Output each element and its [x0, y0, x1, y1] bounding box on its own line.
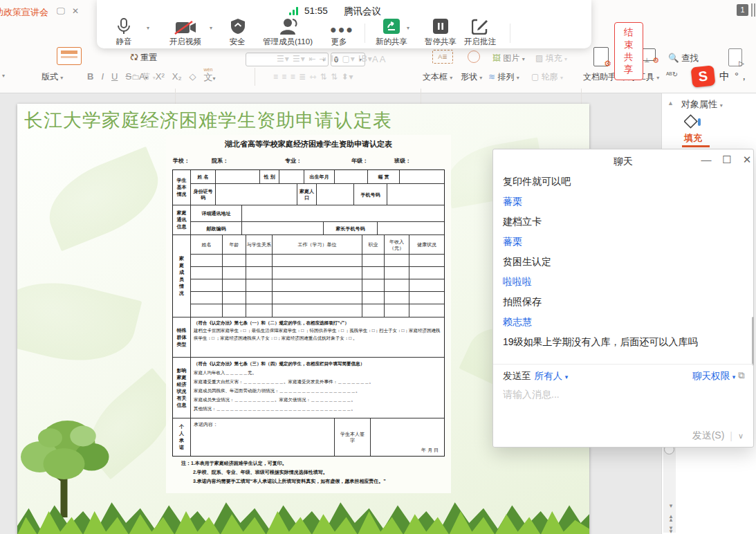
doc-assistant-icon[interactable]: ⚙: [593, 47, 609, 66]
popout-icon[interactable]: ⧉: [738, 370, 745, 383]
form-section-label: 家庭成员情况: [173, 235, 191, 317]
more-icon[interactable]: ●●●: [330, 24, 354, 36]
form-section-label: 特殊群体类型: [173, 317, 191, 357]
textbox-icon[interactable]: A≣: [432, 50, 453, 64]
send-to-label: 发送至: [503, 370, 531, 383]
shapes-button[interactable]: 形状 ▾: [461, 71, 482, 83]
italic-button[interactable]: I: [101, 71, 104, 82]
scroll-down-icon[interactable]: ▾: [666, 504, 676, 508]
security-button[interactable]: 安全: [230, 37, 246, 47]
meeting-app-name: 腾讯会议: [344, 6, 381, 18]
fill-button[interactable]: ▨ 填充 ▾: [535, 53, 567, 64]
document-tab[interactable]: 助政策宣讲会: [0, 6, 48, 19]
mute-dropdown-icon[interactable]: ▾: [147, 25, 149, 31]
new-share-icon[interactable]: [382, 18, 400, 35]
previous-slide-icon[interactable]: ▴▴: [666, 515, 676, 522]
pause-share-icon[interactable]: [432, 18, 449, 35]
form-section-label: 影响家庭经济状况有关信息: [173, 358, 191, 418]
clear-format-icon[interactable]: ◇: [189, 71, 196, 82]
chat-sender[interactable]: 啦啦啦: [503, 276, 738, 288]
camera-icon[interactable]: [174, 21, 198, 35]
divider: [493, 364, 753, 365]
subscript-button[interactable]: X₂: [172, 71, 182, 82]
pause-share-button[interactable]: 暂停共享: [425, 37, 457, 47]
layout-button[interactable]: 版式 ▾: [42, 71, 63, 83]
pinyin-guide-button[interactable]: wén文▾: [203, 68, 215, 84]
end-share-button[interactable]: 结束共享: [614, 22, 643, 80]
chat-sender[interactable]: 蕃栗: [503, 236, 738, 248]
shield-icon[interactable]: [230, 18, 246, 35]
camera-dropdown-icon[interactable]: ▾: [210, 25, 212, 31]
screen: 助政策宣讲会 🖵 ✕ 1 插入 设计 ☁ 未同步 ▾ 版式 ▾ 🗘 重置 🗀 节…: [0, 0, 756, 534]
grow-shrink-font-icons[interactable]: A A: [372, 54, 386, 64]
next-slide-icon[interactable]: ▾▾: [666, 526, 676, 533]
layout-icon[interactable]: [57, 47, 82, 65]
chat-permission-selector[interactable]: 聊天权限 ▾: [692, 370, 735, 383]
application-form[interactable]: 湖北省高等学校家庭经济困难学生资助申请认定表 学校： 院系： 专业： 年级： 班…: [166, 135, 451, 493]
taskbar-badge[interactable]: 1: [737, 4, 748, 16]
replace-icon[interactable]: ᴬᴮ↻: [666, 71, 678, 78]
fill-bucket-icon[interactable]: [684, 113, 702, 129]
collapse-panel-icon[interactable]: ▲: [667, 100, 674, 107]
panel-title[interactable]: 对象属性 ▾: [681, 98, 723, 111]
presentation-mode-icon[interactable]: 🖵: [57, 6, 65, 16]
chat-scrollbar-thumb[interactable]: [752, 317, 754, 365]
divider: [365, 24, 365, 43]
chat-message-list[interactable]: 复印件就可以吧 蕃栗 建档立卡 蕃栗 贫困生认定 啦啦啦 拍照保存 赖志慧 19…: [503, 176, 738, 349]
slide-title[interactable]: 长江大学家庭经济困难学生资助申请认定表: [24, 108, 508, 133]
sogou-logo[interactable]: S: [691, 65, 716, 87]
chat-input[interactable]: [503, 389, 731, 400]
annotate-icon[interactable]: [472, 18, 488, 35]
send-button[interactable]: 发送(S) | ∨: [692, 430, 744, 442]
form-title: 湖北省高等学校家庭经济困难学生资助申请认定表: [166, 139, 451, 149]
chat-header[interactable]: 聊天 — ☐ ✕: [493, 149, 753, 173]
fill-tab-label[interactable]: 填充: [684, 132, 702, 145]
minimize-icon[interactable]: —: [699, 154, 714, 165]
chat-window: 聊天 — ☐ ✕ 复印件就可以吧 蕃栗 建档立卡 蕃栗 贫困生认定 啦啦啦 拍照…: [492, 149, 754, 448]
picture-icon: 🖽: [492, 53, 501, 63]
members-button[interactable]: 管理成员(110): [263, 37, 313, 47]
meeting-timer: 51:55: [304, 6, 328, 16]
ime-punct-toggle[interactable]: °，: [735, 70, 749, 83]
annotate-button[interactable]: 开启批注: [464, 37, 496, 47]
superscript-button[interactable]: X²: [156, 71, 165, 82]
left-clipped-dropdown-icon[interactable]: ▾: [2, 73, 5, 79]
textbox-button[interactable]: 文本框 ▾: [423, 71, 452, 83]
shape-icon[interactable]: [468, 50, 480, 63]
fill-icon: ▨: [535, 53, 543, 63]
chat-sender[interactable]: 赖志慧: [503, 316, 738, 329]
list-indent-icons[interactable]: ☰▾ ☰▾ ⇤ ⇥ ⫴▾ ▢▾ ⅠB▾: [277, 54, 373, 64]
bold-button[interactable]: B: [87, 71, 93, 82]
leaf-decoration: [17, 268, 142, 375]
chat-message: 19级如果上学期没有入库，后面还可以入库吗: [503, 336, 738, 349]
new-share-button[interactable]: 新的共享: [376, 37, 407, 47]
reset-icon: 🗘: [130, 53, 138, 62]
share-dropdown-icon[interactable]: ▾: [407, 25, 409, 31]
underline-button[interactable]: U: [111, 71, 118, 82]
maximize-icon[interactable]: ☐: [719, 154, 735, 166]
close-icon[interactable]: ✕: [739, 154, 755, 166]
camera-button[interactable]: 开启视频: [169, 37, 201, 47]
ime-lang-toggle[interactable]: 中: [719, 70, 730, 83]
doc-assistant-button[interactable]: 文档助手: [583, 71, 616, 83]
form-section-label: 家庭通讯信息: [173, 205, 191, 234]
alignment-icons[interactable]: ≡ ≡ ≡ ≣ ⇿ ⇅ ⇅ ⬍▾: [273, 72, 354, 82]
reset-button[interactable]: 🗘 重置: [130, 52, 157, 64]
divider: [510, 24, 510, 43]
find-button[interactable]: 🔍 查找: [668, 53, 699, 64]
close-tab-icon[interactable]: ✕: [72, 6, 79, 16]
font-color-button[interactable]: A▾: [139, 71, 148, 82]
mute-button[interactable]: 静音: [116, 37, 132, 47]
more-button[interactable]: 更多: [331, 37, 347, 47]
outline-button[interactable]: ▢ 轮廓 ▾: [531, 71, 563, 83]
send-options-icon[interactable]: ∨: [738, 432, 744, 441]
arrange-button[interactable]: ≋ 排列 ▾: [488, 71, 519, 83]
picture-button[interactable]: 🖽 图片 ▾: [492, 53, 525, 64]
members-icon[interactable]: [279, 18, 298, 35]
send-to-selector[interactable]: 所有人 ▾: [535, 370, 569, 383]
microphone-icon[interactable]: [116, 18, 131, 35]
chat-sender[interactable]: 蕃栗: [503, 196, 738, 208]
selection-pane-icon[interactable]: ▷: [728, 48, 742, 66]
strikethrough-button[interactable]: S: [125, 71, 131, 82]
ime-bar: S 中 °，: [692, 66, 749, 86]
